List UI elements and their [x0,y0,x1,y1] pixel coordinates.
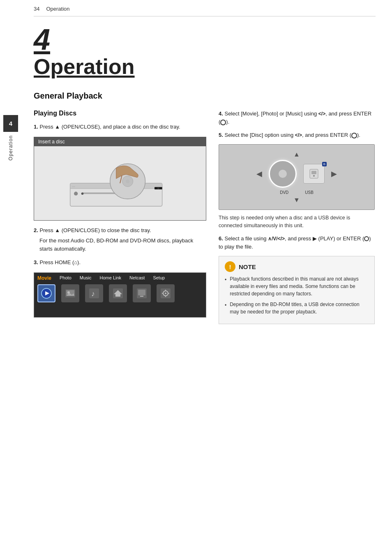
usb-badge: B [322,162,327,166]
home-icon-setup [157,284,175,302]
dvd-icons-row: ◀ B [256,160,337,188]
right-column: 4. Select [Movie], [Photo] or [Music] us… [219,110,375,324]
step-note-text: This step is needed only when a disc and… [219,214,375,230]
arrow-right: ▶ [331,169,337,178]
header-section-label: Operation [46,6,69,12]
bullet-dot-2: • [225,302,226,316]
svg-rect-22 [138,290,145,295]
dvd-labels-row: DVD USB [280,190,314,195]
dvd-disc-label: DVD [280,190,288,195]
svg-point-9 [81,192,84,195]
note-bullet-2-text: Depending on the BD-ROM titles, a USB de… [230,301,369,316]
step-6-num: 6. [219,235,223,242]
dvd-select-box: ▲ ◀ B [219,144,375,210]
dvd-usb-label: USB [305,190,314,195]
usb-icon: B [303,164,325,184]
left-column: Playing Discs 1. Press ▲ (OPEN/CLOSE), a… [34,110,206,324]
svg-point-33 [313,175,315,177]
insert-disc-box: Insert a disc [34,137,206,221]
page-header: 34 Operation [34,0,376,16]
note-bullet-2: • Depending on the BD-ROM titles, a USB … [225,301,369,316]
playing-discs-title: Playing Discs [34,110,206,117]
step-5: 5. Select the [Disc] option using </>, a… [219,131,375,139]
svg-text:♪: ♪ [91,290,95,298]
movie-icon-svg [41,288,52,299]
home-menu-setup: Setup [153,275,165,281]
svg-point-8 [74,191,78,195]
step-2: 2. Press ▲ (OPEN/CLOSE) to close the dis… [34,226,206,253]
home-menu-music: Music [80,275,92,281]
insert-disc-label: Insert a disc [34,137,206,146]
svg-point-7 [157,187,160,189]
step-4-text: Select [Movie], [Photo] or [Music] using… [219,111,371,125]
home-icon-movie [37,284,55,302]
step-1-num: 1. [34,124,38,130]
arrow-down: ▼ [293,196,300,204]
home-menu-photo: Photo [60,275,71,281]
page-number: 34 [34,6,39,12]
svg-point-5 [126,179,129,183]
svg-rect-27 [165,290,166,291]
arrow-up: ▲ [293,151,300,158]
step-6: 6. Select a file using ∧/V/</>, and pres… [219,235,375,251]
home-menu-netcast: Netcast [129,275,145,281]
step-4: 4. Select [Movie], [Photo] or [Music] us… [219,110,375,126]
main-content: 34 Operation 4 Operation General Playbac… [21,0,392,546]
usb-svg [308,168,320,180]
setup-icon-svg [160,288,171,299]
step-2-subtext: For the most Audio CD, BD-ROM and DVD-RO… [39,237,206,253]
home-icons-row: ♪ [37,284,203,302]
side-tab: 4 Operation [0,115,21,161]
home-screen-box: Movie Photo Music Home Link Netcast Setu… [34,272,206,318]
svg-rect-23 [140,296,143,297]
step-5-text: Select the [Disc] option using </>, and … [224,132,360,138]
svg-point-26 [165,293,166,294]
step-5-num: 5. [219,132,223,138]
step-3: 3. Press HOME (⌂). [34,258,206,267]
disc-tray-svg [62,152,178,214]
netcast-icon-svg [136,288,148,299]
note-title: NOTE [239,263,256,270]
bullet-dot-1: • [225,276,226,297]
page-wrapper: 4 Operation 34 Operation 4 Operation Gen… [0,0,392,546]
two-column-layout: Playing Discs 1. Press ▲ (OPEN/CLOSE), a… [34,110,376,324]
disc-center [279,170,287,178]
step-4-num: 4. [219,111,223,117]
homelink-icon-svg [112,288,124,299]
general-playback-title: General Playback [34,91,376,101]
home-icon-homelink [109,284,127,302]
dvd-option [269,160,297,188]
svg-rect-10 [72,186,75,187]
home-menu-homelink: Home Link [100,275,122,281]
insert-disc-image [34,146,206,220]
note-header: ! NOTE [225,261,369,272]
svg-rect-32 [311,171,316,174]
note-box: ! NOTE • Playback functions described in… [219,256,375,324]
step-3-text: Press HOME (⌂). [39,259,81,265]
note-exclamation-icon: ! [225,261,235,272]
svg-rect-29 [162,293,164,294]
side-tab-label: Operation [8,135,14,161]
usb-option: B [303,164,325,184]
step-1-text: Press ▲ (OPEN/CLOSE), and place a disc o… [39,124,180,130]
home-icon-netcast [133,284,151,302]
arrow-left: ◀ [256,169,262,178]
side-tab-number: 4 [3,115,18,132]
dvd-disc-icon [269,160,297,188]
home-icon-music: ♪ [85,284,103,302]
step-1: 1. Press ▲ (OPEN/CLOSE), and place a dis… [34,123,206,131]
home-menu-bar: Movie Photo Music Home Link Netcast Setu… [37,275,203,281]
step-3-num: 3. [34,259,38,265]
music-icon-svg: ♪ [88,288,100,299]
svg-rect-30 [168,293,169,294]
step-6-text: Select a file using ∧/V/</>, and press ▶… [219,235,371,250]
step-2-num: 2. [34,227,38,233]
photo-icon-svg [65,288,76,299]
home-icon-photo [61,284,79,302]
note-bullet-1-text: Playback functions described in this man… [230,275,369,297]
step-2-text: Press ▲ (OPEN/CLOSE) to close the disc t… [39,227,151,233]
chapter-number: 4 [34,25,376,54]
home-menu-movie: Movie [37,275,51,281]
note-bullet-1: • Playback functions described in this m… [225,275,369,297]
chapter-title: Operation [34,54,376,79]
